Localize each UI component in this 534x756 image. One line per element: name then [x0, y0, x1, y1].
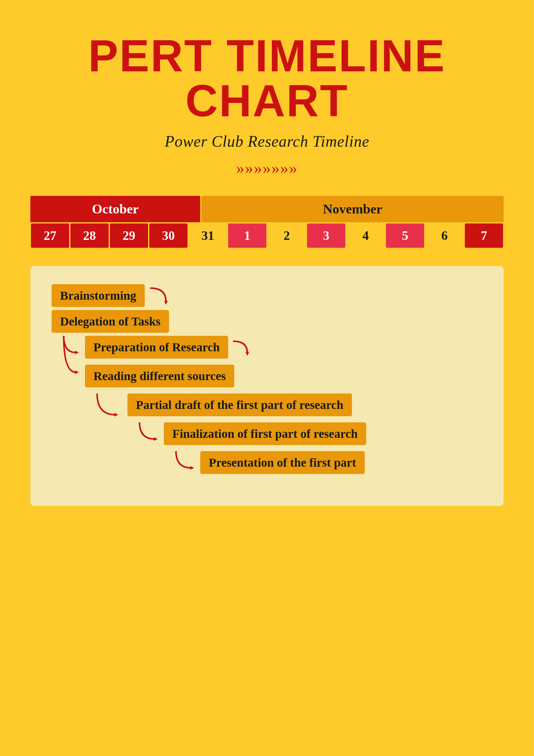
arrow-finalization-to-presentation	[170, 451, 200, 481]
finalization-children: Presentation of the first part	[164, 451, 482, 481]
day-4: 4	[346, 224, 385, 248]
indent4-tasks: Presentation of the first part	[200, 451, 482, 474]
day-5: 5	[386, 224, 424, 248]
main-title: PERT TIMELINE CHART	[88, 33, 446, 123]
task-delegation-row: Delegation of Tasks	[52, 310, 482, 333]
month-headers: October November	[30, 196, 504, 222]
svg-marker-1	[75, 351, 79, 354]
task-brainstorming-row: Brainstorming	[52, 284, 482, 307]
task-partial-label: Partial draft of the first part of resea…	[127, 393, 352, 416]
svg-marker-3	[245, 352, 249, 356]
task-partial-row: Partial draft of the first part of resea…	[127, 393, 482, 416]
subtitle: Power Club Research Timeline	[165, 132, 369, 150]
svg-marker-0	[164, 301, 168, 305]
arrow-prep-curve	[231, 338, 252, 357]
title-line1: PERT TIMELINE	[88, 33, 446, 78]
task-delegation-group: Delegation of Tasks Preparation of Resea…	[52, 310, 482, 481]
task-prep-label: Preparation of Research	[85, 336, 228, 359]
day-29: 29	[110, 224, 148, 248]
svg-marker-5	[154, 437, 158, 441]
task-delegation-label: Delegation of Tasks	[52, 310, 169, 333]
day-31: 31	[189, 224, 227, 248]
task-finalization-label: Finalization of first part of research	[164, 422, 366, 445]
indent2-tasks: Partial draft of the first part of resea…	[127, 393, 482, 481]
days-row: 27 28 29 30 31 1 2 3 4 5 6 7	[30, 224, 504, 248]
tasks-section: Brainstorming Delegation of Tasks	[30, 266, 504, 506]
delegation-children: Preparation of Research Reading differen…	[52, 336, 482, 481]
indent1-tasks: Preparation of Research Reading differen…	[85, 336, 482, 481]
day-6: 6	[425, 224, 464, 248]
svg-marker-4	[114, 413, 118, 417]
task-brainstorming-group: Brainstorming	[52, 284, 482, 307]
arrow-reading-children	[91, 393, 127, 460]
partial-children: Finalization of first part of research	[127, 422, 482, 481]
day-1: 1	[228, 224, 267, 248]
arrow-delegation-children	[58, 336, 85, 391]
arrow-brainstorming-to-delegation	[148, 285, 172, 306]
reading-children: Partial draft of the first part of resea…	[85, 393, 482, 481]
task-reading-row: Reading different sources	[85, 364, 482, 388]
task-presentation-label: Presentation of the first part	[200, 451, 365, 474]
task-reading-label: Reading different sources	[85, 364, 234, 388]
task-finalization-row: Finalization of first part of research	[164, 422, 482, 445]
calendar-section: October November 27 28 29 30 31 1 2 3 4 …	[30, 196, 504, 248]
arrow-partial-to-finalization	[134, 422, 164, 453]
svg-marker-6	[190, 466, 194, 470]
day-28: 28	[70, 224, 109, 248]
day-7: 7	[465, 224, 503, 248]
month-october: October	[30, 196, 200, 222]
svg-marker-2	[75, 370, 79, 374]
day-27: 27	[31, 224, 69, 248]
day-3: 3	[307, 224, 345, 248]
task-prep-row: Preparation of Research	[85, 336, 482, 359]
indent3-tasks: Finalization of first part of research	[164, 422, 482, 481]
chevrons-decoration: »»»»»»»	[236, 159, 298, 177]
day-2: 2	[267, 224, 306, 248]
title-line2: CHART	[88, 78, 446, 123]
day-30: 30	[149, 224, 188, 248]
task-brainstorming-label: Brainstorming	[52, 284, 145, 307]
month-november: November	[201, 196, 504, 222]
page: PERT TIMELINE CHART Power Club Research …	[0, 0, 534, 756]
